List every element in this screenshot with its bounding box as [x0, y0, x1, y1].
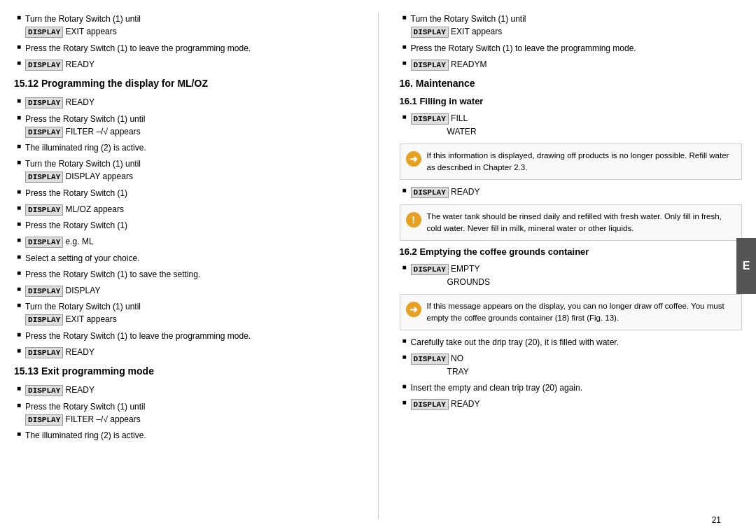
bullet-text: DISPLAY FILL WATER — [411, 112, 477, 138]
arrow-icon: ➜ — [406, 151, 421, 167]
left-column: ■ Turn the Rotary Switch (1) until DISPL… — [14, 13, 379, 519]
main-content: ■ Turn the Rotary Switch (1) until DISPL… — [0, 0, 756, 532]
display-label: DISPLAY — [25, 286, 63, 297]
bullet-icon: ■ — [17, 220, 21, 227]
bullet-icon: ■ — [402, 337, 407, 344]
bullet-icon: ■ — [17, 330, 21, 338]
bullet-text: DISPLAY ML/OZ appears — [25, 203, 124, 216]
bullet-text: DISPLAY READY — [25, 384, 94, 397]
bullet-text: DISPLAY READY — [411, 398, 480, 411]
list-item: ■ Press the Rotary Switch (1) to leave t… — [14, 42, 357, 55]
list-item: ■ DISPLAY READY — [14, 96, 357, 109]
bullet-icon: ■ — [402, 398, 407, 406]
list-item: ■ Turn the Rotary Switch (1) until DISPL… — [400, 13, 743, 38]
display-label: DISPLAY — [25, 314, 63, 326]
exclaim-icon: ! — [406, 212, 421, 227]
display-label: DISPLAY — [411, 264, 449, 275]
bullet-text: Press the Rotary Switch (1) to leave the… — [411, 42, 636, 55]
info-box-arrow2: ➜ If this message appears on the display… — [400, 294, 743, 331]
list-item: ■ Select a setting of your choice. — [14, 252, 357, 265]
list-item: ■ Turn the Rotary Switch (1) until DISPL… — [14, 13, 357, 38]
bullet-text: Press the Rotary Switch (1) to leave the… — [25, 42, 251, 55]
bullet-icon: ■ — [17, 269, 21, 276]
bullet-icon: ■ — [17, 158, 21, 166]
list-item: ■ DISPLAY ML/OZ appears — [14, 203, 357, 216]
bullet-icon: ■ — [402, 353, 407, 360]
list-item: ■ DISPLAY FILL WATER — [400, 112, 743, 138]
bullet-icon: ■ — [17, 253, 21, 260]
display-label: DISPLAY — [25, 237, 63, 248]
bullet-icon: ■ — [17, 113, 21, 121]
list-item: ■ Press the Rotary Switch (1) until DISP… — [14, 400, 357, 426]
list-item: ■ The illuminated ring (2) is active. — [14, 141, 357, 154]
bullet-text: DISPLAY READY — [25, 346, 94, 359]
display-label: DISPLAY — [25, 59, 63, 71]
list-item: ■ DISPLAY READY — [14, 384, 357, 397]
display-label: DISPLAY — [25, 347, 63, 358]
section-title: 15.13 Exit programming mode — [14, 365, 357, 377]
subsection-title: 16.1 Filling in water — [400, 96, 743, 106]
list-item: ■ DISPLAY READY — [400, 186, 743, 199]
bullet-icon: ■ — [17, 346, 21, 354]
display-label: DISPLAY — [411, 187, 449, 198]
sidebar-tab-label: E — [743, 260, 750, 272]
list-item: ■ Press the Rotary Switch (1) to save th… — [14, 268, 357, 281]
display-label: DISPLAY — [411, 399, 449, 410]
bullet-icon: ■ — [17, 97, 21, 104]
list-item: ■ DISPLAY READYM — [400, 58, 743, 71]
list-item: ■ DISPLAY DISPLAY — [14, 284, 357, 298]
list-item: ■ Insert the empty and clean trip tray (… — [400, 382, 743, 394]
bullet-icon: ■ — [402, 263, 407, 271]
bullet-icon: ■ — [402, 382, 407, 390]
bullet-icon: ■ — [17, 59, 21, 66]
info-box-arrow: ➜ If this information is displayed, draw… — [400, 144, 743, 181]
bullet-icon: ■ — [402, 43, 407, 50]
bullet-text: Turn the Rotary Switch (1) until DISPLAY… — [25, 158, 141, 183]
bullet-icon: ■ — [402, 186, 407, 194]
bullet-text: Press the Rotary Switch (1) to leave the… — [25, 330, 251, 342]
section-title: 16. Maintenance — [400, 78, 743, 89]
bullet-text: DISPLAY READY — [411, 186, 480, 199]
list-item: ■ DISPLAY READY — [14, 58, 357, 71]
info-box-exclaim: ! The water tank should be rinsed daily … — [400, 204, 743, 241]
bullet-text: DISPLAY READYM — [411, 58, 487, 71]
bullet-text: The illuminated ring (2) is active. — [25, 429, 146, 442]
list-item: ■ Turn the Rotary Switch (1) until DISPL… — [14, 300, 357, 326]
bullet-icon: ■ — [17, 430, 21, 438]
list-item: ■ Press the Rotary Switch (1) to leave t… — [14, 330, 357, 342]
bullet-icon: ■ — [17, 301, 21, 309]
info-box-text: The water tank should be rinsed daily an… — [427, 211, 736, 235]
bullet-icon: ■ — [402, 59, 407, 66]
page: ■ Turn the Rotary Switch (1) until DISPL… — [0, 0, 756, 532]
bullet-icon: ■ — [17, 43, 21, 50]
bullet-icon: ■ — [17, 204, 21, 211]
bullet-icon: ■ — [17, 142, 21, 150]
bullet-text: Turn the Rotary Switch (1) until DISPLAY… — [25, 13, 141, 38]
bullet-icon: ■ — [17, 285, 21, 293]
display-label: DISPLAY — [411, 113, 449, 125]
bullet-text: Carefully take out the drip tray (20), i… — [411, 336, 619, 349]
sidebar-tab-e[interactable]: E — [736, 238, 756, 294]
list-item: ■ Carefully take out the drip tray (20),… — [400, 336, 743, 349]
display-label: DISPLAY — [25, 127, 63, 138]
display-label: DISPLAY — [411, 354, 449, 365]
right-column: ■ Turn the Rotary Switch (1) until DISPL… — [379, 13, 743, 519]
bullet-text: Press the Rotary Switch (1) — [25, 219, 127, 232]
bullet-icon: ■ — [402, 13, 407, 21]
bullet-icon: ■ — [17, 236, 21, 244]
list-item: ■ DISPLAY e.g. ML — [14, 235, 357, 248]
list-item: ■ DISPLAY READY — [400, 398, 743, 411]
bullet-icon: ■ — [17, 13, 21, 21]
bullet-icon: ■ — [17, 401, 21, 409]
list-item: ■ Press the Rotary Switch (1) — [14, 187, 357, 200]
subsection-title: 16.2 Emptying the coffee grounds contain… — [400, 246, 743, 257]
list-item: ■ Press the Rotary Switch (1) until DISP… — [14, 113, 357, 139]
list-item: ■ The illuminated ring (2) is active. — [14, 429, 357, 442]
bullet-text: DISPLAY EMPTY GROUNDS — [411, 262, 490, 288]
bullet-text: Press the Rotary Switch (1) until DISPLA… — [25, 113, 145, 139]
bullet-text: DISPLAY READY — [25, 58, 94, 71]
page-number: 21 — [712, 515, 721, 525]
bullet-text: Turn the Rotary Switch (1) until DISPLAY… — [411, 13, 526, 38]
bullet-text: DISPLAY e.g. ML — [25, 235, 94, 248]
display-label: DISPLAY — [25, 27, 63, 38]
